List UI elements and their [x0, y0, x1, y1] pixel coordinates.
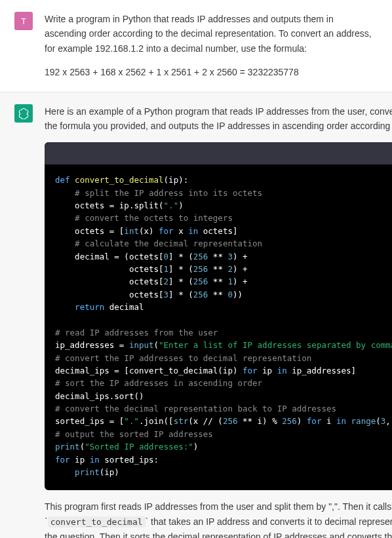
- user-avatar: T: [14, 12, 33, 30]
- prompt-paragraph-1: Write a program in Python that reads IP …: [45, 12, 378, 56]
- user-message: T Write a program in Python that reads I…: [0, 0, 392, 92]
- inline-code: convert_to_decimal: [48, 516, 146, 528]
- code-content[interactable]: def convert_to_decimal(ip): # split the …: [45, 164, 392, 490]
- assistant-avatar: [14, 104, 33, 123]
- assistant-message: Here is an example of a Python program t…: [0, 92, 392, 538]
- user-content: Write a program in Python that reads IP …: [45, 12, 378, 80]
- openai-logo-icon: [18, 107, 29, 119]
- assistant-outro: This program first reads IP addresses fr…: [45, 499, 392, 538]
- assistant-content: Here is an example of a Python program t…: [45, 104, 392, 538]
- assistant-intro: Here is an example of a Python program t…: [45, 104, 392, 134]
- prompt-paragraph-2: 192 x 2563 + 168 x 2562 + 1 x 2561 + 2 x…: [45, 65, 378, 79]
- code-block: Copy code def convert_to_decimal(ip): # …: [45, 142, 392, 490]
- code-toolbar: Copy code: [45, 142, 392, 164]
